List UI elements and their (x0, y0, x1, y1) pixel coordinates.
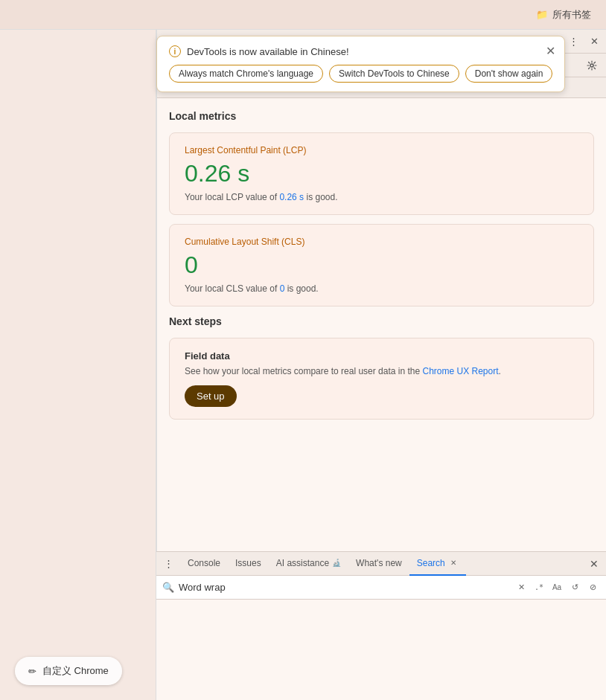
search-magnifier-icon: 🔍 (162, 582, 174, 593)
search-clear-icon[interactable]: ✕ (514, 580, 529, 595)
more-options-icon[interactable]: ⋮ (564, 33, 582, 51)
search-actions: ✕ .* Aa ↺ ⊘ (514, 580, 600, 595)
customize-chrome-label: 自定义 Chrome (42, 664, 109, 678)
chrome-ux-link[interactable]: Chrome UX Report (423, 366, 499, 376)
always-match-button[interactable]: Always match Chrome's language (169, 65, 323, 83)
lcp-value: 0.26 s (185, 160, 578, 187)
notification-banner: i DevTools is now available in Chinese! … (156, 36, 565, 92)
search-results (156, 600, 606, 611)
pencil-icon: ✏ (28, 666, 36, 677)
next-steps-section: Next steps Field data See how your local… (169, 315, 594, 420)
main-content: Local metrics Largest Contentful Paint (… (157, 98, 606, 602)
local-metrics-section: Local metrics Largest Contentful Paint (… (169, 110, 594, 306)
notification-close-button[interactable]: ✕ (546, 44, 555, 58)
search-cancel-icon[interactable]: ⊘ (585, 580, 600, 595)
lcp-desc: Your local LCP value of 0.26 s is good. (185, 192, 578, 202)
drawer-close-icon[interactable]: ✕ (585, 555, 603, 573)
cls-label: Cumulative Layout Shift (CLS) (185, 237, 578, 247)
bookmark-section[interactable]: 📁 所有书签 (536, 8, 591, 22)
search-input[interactable] (179, 582, 509, 593)
lcp-card: Largest Contentful Paint (LCP) 0.26 s Yo… (169, 132, 594, 215)
cls-card: Cumulative Layout Shift (CLS) 0 Your loc… (169, 224, 594, 306)
cls-desc: Your local CLS value of 0 is good. (185, 283, 578, 294)
drawer-tab-whatsnew[interactable]: What's new (348, 552, 409, 576)
lcp-link[interactable]: 0.26 s (279, 192, 304, 202)
local-metrics-title: Local metrics (169, 110, 594, 122)
bottom-drawer: ⋮ Console Issues AI assistance 🔬 What's … (156, 551, 606, 700)
search-case-icon[interactable]: Aa (549, 580, 564, 595)
drawer-tab-console[interactable]: Console (180, 552, 228, 576)
drawer-tab-issues[interactable]: Issues (228, 552, 269, 576)
set-up-button[interactable]: Set up (185, 385, 237, 407)
lcp-label: Largest Contentful Paint (LCP) (185, 145, 578, 155)
svg-point-4 (590, 64, 593, 67)
customize-chrome-button[interactable]: ✏ 自定义 Chrome (15, 657, 122, 685)
field-data-desc: See how your local metrics compare to re… (185, 366, 578, 376)
field-data-card: Field data See how your local metrics co… (169, 338, 594, 420)
bookmark-label: 所有书签 (552, 8, 591, 22)
top-bar: 📁 所有书签 (0, 0, 606, 30)
drawer-tabs: ⋮ Console Issues AI assistance 🔬 What's … (156, 552, 606, 576)
notification-buttons: Always match Chrome's language Switch De… (169, 65, 552, 83)
notification-message: DevTools is now available in Chinese! (187, 46, 349, 57)
drawer-menu-icon[interactable]: ⋮ (159, 555, 177, 573)
dont-show-again-button[interactable]: Don't show again (465, 65, 553, 83)
cls-value: 0 (185, 251, 578, 279)
search-tab-close[interactable]: ✕ (448, 558, 459, 568)
field-data-title: Field data (185, 350, 578, 362)
search-refresh-icon[interactable]: ↺ (567, 580, 582, 595)
left-sidebar (0, 30, 156, 700)
drawer-tab-search[interactable]: Search ✕ (409, 552, 466, 576)
notification-header: i DevTools is now available in Chinese! (169, 45, 552, 57)
close-devtools-icon[interactable]: ✕ (585, 33, 603, 51)
search-bar: 🔍 ✕ .* Aa ↺ ⊘ (156, 576, 606, 600)
next-steps-title: Next steps (169, 315, 594, 327)
folder-icon: 📁 (536, 9, 548, 20)
search-regex-icon[interactable]: .* (532, 580, 546, 595)
drawer-tab-ai[interactable]: AI assistance 🔬 (269, 552, 348, 576)
perf-settings-icon[interactable] (584, 57, 600, 74)
info-icon: i (169, 45, 181, 57)
switch-to-chinese-button[interactable]: Switch DevTools to Chinese (329, 65, 459, 83)
